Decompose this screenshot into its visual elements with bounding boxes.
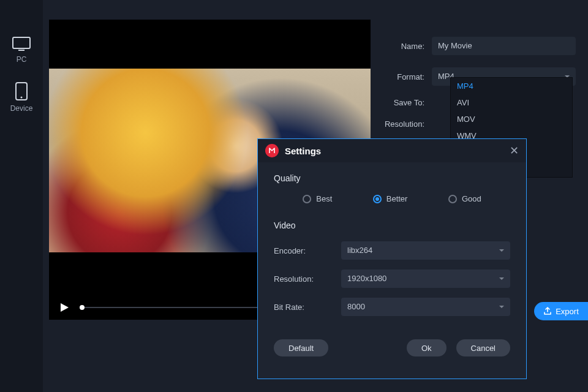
modal-title: Settings bbox=[285, 146, 510, 156]
encoder-label: Encoder: bbox=[274, 246, 341, 255]
play-icon[interactable] bbox=[59, 302, 70, 313]
quality-best-label: Best bbox=[316, 194, 332, 203]
quality-good[interactable]: Good bbox=[448, 194, 481, 203]
modal-resolution-select[interactable]: 1920x1080 bbox=[341, 270, 510, 288]
nav-pc[interactable]: PC bbox=[0, 37, 43, 64]
svg-point-3 bbox=[21, 97, 23, 99]
quality-section-title: Quality bbox=[258, 162, 526, 189]
svg-rect-1 bbox=[18, 50, 24, 51]
nav-pc-label: PC bbox=[17, 55, 27, 64]
modal-buttons: Default Ok Cancel bbox=[258, 321, 526, 356]
bitrate-label: Bit Rate: bbox=[274, 303, 341, 312]
svg-marker-4 bbox=[61, 303, 69, 312]
name-label: Name: bbox=[380, 42, 432, 51]
bitrate-select[interactable]: 8000 bbox=[341, 298, 510, 316]
format-option-mov[interactable]: MOV bbox=[451, 111, 572, 127]
ok-button[interactable]: Ok bbox=[407, 339, 447, 356]
export-button[interactable]: Export bbox=[534, 302, 588, 320]
app-logo-icon bbox=[265, 144, 279, 157]
name-input[interactable]: My Movie bbox=[432, 37, 576, 55]
nav-device[interactable]: Device bbox=[0, 82, 43, 113]
export-label: Export bbox=[556, 307, 579, 316]
modal-header: Settings ✕ bbox=[258, 139, 526, 162]
quality-good-label: Good bbox=[462, 194, 481, 203]
quality-better[interactable]: Better bbox=[373, 194, 408, 203]
close-icon[interactable]: ✕ bbox=[510, 144, 519, 157]
modal-resolution-label: Resolution: bbox=[274, 274, 341, 284]
quality-better-label: Better bbox=[386, 194, 408, 203]
format-label: Format: bbox=[380, 72, 432, 81]
settings-modal: Settings ✕ Quality Best Better Good Vide… bbox=[257, 138, 527, 379]
save-to-label: Save To: bbox=[380, 98, 432, 107]
left-nav: PC Device bbox=[0, 0, 43, 392]
video-section-title: Video bbox=[258, 209, 526, 236]
quality-best[interactable]: Best bbox=[303, 194, 332, 203]
format-option-mp4[interactable]: MP4 bbox=[451, 78, 572, 94]
default-button[interactable]: Default bbox=[274, 339, 328, 356]
encoder-select[interactable]: libx264 bbox=[341, 241, 510, 260]
export-icon bbox=[543, 307, 552, 315]
svg-rect-0 bbox=[13, 37, 30, 48]
monitor-icon bbox=[12, 37, 31, 51]
nav-device-label: Device bbox=[10, 104, 33, 113]
phone-icon bbox=[15, 82, 28, 100]
resolution-label: Resolution: bbox=[380, 119, 432, 129]
cancel-button[interactable]: Cancel bbox=[456, 339, 510, 356]
format-option-avi[interactable]: AVI bbox=[451, 94, 572, 111]
quality-options: Best Better Good bbox=[258, 189, 526, 209]
